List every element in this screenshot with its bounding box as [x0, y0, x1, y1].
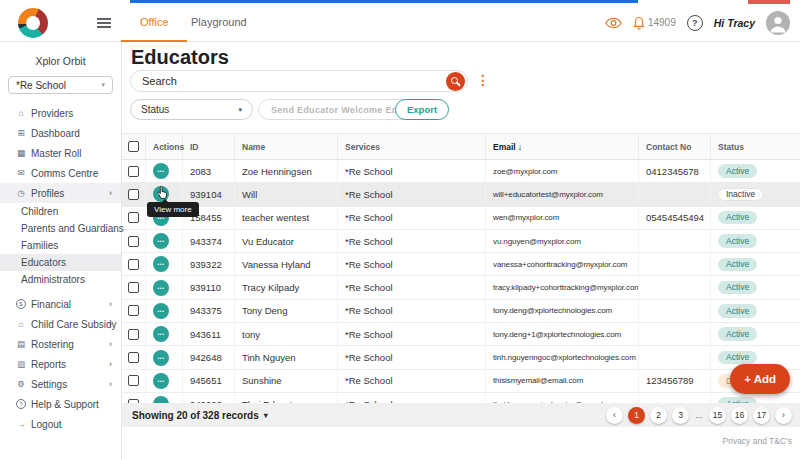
- table-row[interactable]: •••943611tony*Re Schooltony.deng+1@xplor…: [122, 323, 800, 346]
- table-row[interactable]: •••158455teacher wentest*Re Schoolwen@my…: [122, 207, 800, 230]
- table-row[interactable]: •••942626Thai Educator*Re Schoolthai.lan…: [122, 393, 800, 403]
- xplor-logo[interactable]: [18, 8, 48, 38]
- column-header-actions[interactable]: Actions: [146, 134, 183, 159]
- row-actions-button[interactable]: •••: [153, 350, 169, 366]
- status-badge: Inactive: [718, 188, 763, 202]
- row-checkbox[interactable]: [128, 282, 139, 293]
- search-input[interactable]: [142, 75, 467, 87]
- row-actions-button[interactable]: •••: [153, 326, 169, 342]
- cell-email: will+educatortest@myxplor.com: [486, 183, 639, 205]
- cell-status: Active: [711, 253, 800, 275]
- row-checkbox[interactable]: [128, 259, 139, 270]
- sidebar-item-families[interactable]: Families: [0, 237, 121, 254]
- row-checkbox[interactable]: [128, 212, 139, 223]
- eye-icon[interactable]: [605, 17, 622, 29]
- table-row[interactable]: •••939104Will*Re Schoolwill+educatortest…: [122, 183, 800, 206]
- row-actions-button[interactable]: •••: [153, 303, 169, 319]
- column-header-contact[interactable]: Contact No: [639, 134, 711, 159]
- add-educator-button[interactable]: + Add: [730, 364, 790, 394]
- sidebar-item-children[interactable]: Children: [0, 203, 121, 220]
- pagination-page-15[interactable]: 15: [709, 407, 726, 424]
- row-checkbox[interactable]: [128, 236, 139, 247]
- sidebar-item-dashboard[interactable]: ⊞Dashboard: [0, 123, 121, 143]
- tab-office[interactable]: Office: [140, 16, 169, 28]
- status-filter-select[interactable]: Status ▾: [130, 99, 253, 120]
- table-row[interactable]: •••942648Tinh Nguyen*Re Schooltinh.nguye…: [122, 346, 800, 369]
- row-actions-button[interactable]: •••: [153, 373, 169, 389]
- sidebar-item-rostering[interactable]: ▤Rostering›: [0, 334, 121, 354]
- sidebar-item-settings[interactable]: ⚙Settings›: [0, 374, 121, 394]
- sidebar-item-help-support[interactable]: ?Help & Support: [0, 394, 121, 414]
- mouse-cursor: [156, 185, 169, 204]
- records-summary[interactable]: Showing 20 of 328 records ▾: [132, 410, 268, 421]
- status-badge: Active: [718, 327, 757, 341]
- table-row[interactable]: •••2083Zoe Henningsen*Re Schoolzoe@myxpl…: [122, 160, 800, 183]
- column-header-status[interactable]: Status: [711, 134, 800, 159]
- row-actions-button[interactable]: •••: [153, 163, 169, 179]
- row-actions-button[interactable]: •••: [153, 280, 169, 296]
- tab-playground[interactable]: Playground: [191, 16, 247, 28]
- help-icon[interactable]: ?: [687, 15, 703, 31]
- table-row[interactable]: •••943375Tony Deng*Re Schooltony.deng@xp…: [122, 300, 800, 323]
- sidebar-item-profiles[interactable]: ◷Profiles›: [0, 183, 121, 203]
- table-row[interactable]: •••945651Sunshine*Re Schoolthisismyemail…: [122, 370, 800, 393]
- sidebar-item-master-roll[interactable]: ▦Master Roll: [0, 143, 121, 163]
- column-header-id[interactable]: ID: [183, 134, 235, 159]
- column-header-services[interactable]: Services: [338, 134, 486, 159]
- service-selector[interactable]: *Re School ▾: [8, 76, 113, 94]
- row-actions-cell: •••: [146, 300, 183, 322]
- pagination-page-2[interactable]: 2: [650, 407, 667, 424]
- cell-contact: [639, 253, 711, 275]
- sidebar-item-reports[interactable]: ▥Reports›: [0, 354, 121, 374]
- more-options-kebab-icon[interactable]: ⋮: [476, 72, 490, 88]
- row-checkbox-cell: [122, 183, 146, 205]
- notifications[interactable]: 14909: [633, 16, 676, 30]
- cell-status: Active: [711, 160, 800, 182]
- table-row[interactable]: •••939322Vanessa Hyland*Re Schoolvanessa…: [122, 253, 800, 276]
- avatar[interactable]: [766, 11, 790, 35]
- hamburger-menu-icon[interactable]: [97, 18, 111, 31]
- row-actions-button[interactable]: •••: [153, 256, 169, 272]
- pagination-prev-button[interactable]: ‹: [606, 407, 623, 424]
- sidebar-item-label: Child Care Subsidy: [31, 319, 117, 330]
- row-checkbox[interactable]: [128, 352, 139, 363]
- table-row[interactable]: •••939110Tracy Kilpady*Re Schooltracy.ki…: [122, 276, 800, 299]
- row-actions-button[interactable]: •••: [153, 396, 169, 403]
- profiles-icon: ◷: [16, 188, 26, 198]
- sidebar-item-child-care-subsidy[interactable]: ⌂Child Care Subsidy›: [0, 314, 121, 334]
- pagination-page-17[interactable]: 17: [753, 407, 770, 424]
- user-greeting: Hi Tracy: [714, 17, 755, 29]
- table-row[interactable]: •••943374Vu Educator*Re Schoolvu.nguyen@…: [122, 230, 800, 253]
- sidebar-item-educators[interactable]: Educators: [0, 254, 121, 271]
- notification-count: 14909: [648, 17, 676, 28]
- page-title: Educators: [131, 46, 229, 69]
- sidebar-item-logout[interactable]: →Logout: [0, 414, 121, 434]
- row-checkbox[interactable]: [128, 189, 139, 200]
- sidebar-item-label: Profiles: [31, 188, 64, 199]
- sidebar-item-comms-centre[interactable]: ✉Comms Centre: [0, 163, 121, 183]
- row-checkbox[interactable]: [128, 166, 139, 177]
- pagination-next-button[interactable]: ›: [775, 407, 792, 424]
- active-tab-underline: [121, 40, 187, 42]
- privacy-terms-link[interactable]: Privacy and T&C's: [723, 436, 793, 446]
- cell-email: tony.deng+1@xplortechnologies.com: [486, 323, 639, 345]
- pagination-page-16[interactable]: 16: [731, 407, 748, 424]
- sidebar-item-financial[interactable]: $Financial›: [0, 294, 121, 314]
- row-checkbox[interactable]: [128, 329, 139, 340]
- sidebar-item-parents-and-guardians[interactable]: Parents and Guardians: [0, 220, 121, 237]
- export-button[interactable]: Export: [395, 99, 449, 120]
- sidebar-item-label: Help & Support: [31, 399, 99, 410]
- select-all-checkbox[interactable]: [122, 134, 146, 159]
- cell-services: *Re School: [338, 346, 486, 368]
- pagination-page-3[interactable]: 3: [672, 407, 689, 424]
- sidebar-item-administrators[interactable]: Administrators: [0, 271, 121, 288]
- row-checkbox[interactable]: [128, 305, 139, 316]
- row-checkbox[interactable]: [128, 375, 139, 386]
- row-actions-button[interactable]: •••: [153, 233, 169, 249]
- search-button[interactable]: [446, 72, 465, 91]
- sidebar-item-providers[interactable]: ⌂Providers: [0, 103, 121, 123]
- column-header-name[interactable]: Name: [235, 134, 338, 159]
- pagination-page-1[interactable]: 1: [628, 407, 645, 424]
- column-header-email[interactable]: Email ↓: [486, 134, 639, 159]
- app-header: Office Playground 14909 ? Hi Tracy: [0, 3, 800, 42]
